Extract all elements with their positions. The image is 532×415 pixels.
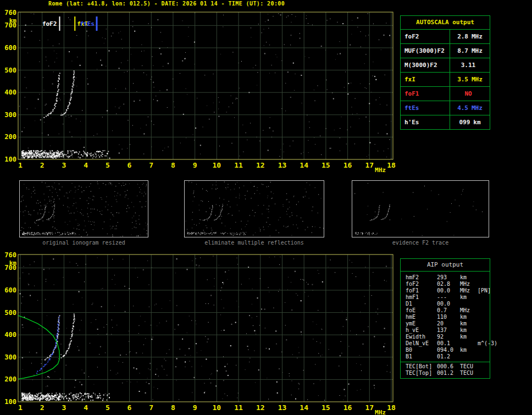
svg-text:600: 600	[4, 286, 16, 294]
param-label: fxI	[401, 73, 450, 86]
svg-text:8: 8	[171, 403, 175, 412]
svg-text:9: 9	[193, 161, 197, 169]
thumbnail-caption: original ionogram resized	[19, 240, 148, 246]
svg-text:600: 600	[4, 44, 16, 52]
thumbnail-eliminate-reflections	[184, 180, 324, 237]
param-label: M(3000)F2	[401, 58, 450, 72]
table-row: foF202.8MHz	[401, 281, 490, 287]
svg-text:MHz: MHz	[375, 167, 386, 174]
svg-text:7: 7	[149, 161, 153, 169]
svg-text:760: 760	[4, 251, 16, 259]
table-row: B101.2	[401, 353, 490, 360]
thumbnail-caption: eliminate multiple reflections	[184, 240, 324, 246]
svg-text:4: 4	[84, 161, 88, 169]
param-label: MUF(3000)F2	[401, 44, 450, 58]
svg-text:13: 13	[278, 161, 287, 169]
table-row: hmE110km	[401, 314, 490, 320]
svg-text:9: 9	[193, 403, 197, 412]
svg-text:300: 300	[4, 353, 16, 361]
svg-text:km: km	[9, 17, 17, 24]
svg-text:100: 100	[4, 156, 16, 163]
svg-text:400: 400	[4, 331, 16, 339]
table-row: TEC[Bot]000.6TECU	[401, 363, 490, 370]
svg-text:ftEs: ftEs	[80, 20, 95, 27]
param-value: NO	[450, 87, 490, 101]
svg-text:15: 15	[322, 403, 330, 412]
param-value: 3.5MHz	[450, 73, 490, 86]
svg-text:200: 200	[4, 133, 16, 141]
svg-text:3: 3	[62, 161, 66, 169]
aip-tec-section: TEC[Bot]000.6TECU TEC[Top]001.2TECU	[401, 362, 490, 378]
svg-text:10: 10	[213, 403, 221, 412]
svg-text:500: 500	[4, 67, 16, 74]
table-row: hmF2293km	[401, 274, 490, 281]
param-label: foF2	[401, 30, 450, 43]
svg-text:2: 2	[40, 403, 45, 412]
svg-text:3: 3	[62, 403, 66, 412]
thumbnail-caption: evidence F2 trace	[352, 240, 489, 246]
svg-text:16: 16	[343, 403, 352, 412]
svg-text:2: 2	[40, 161, 45, 169]
svg-text:14: 14	[300, 403, 308, 412]
svg-text:18: 18	[387, 403, 396, 412]
svg-text:5: 5	[106, 403, 110, 412]
page-title: Rome (lat: +41.8, lon: 012.5) - DATE: 20…	[48, 1, 285, 7]
table-row: TEC[Top]001.2TECU	[401, 370, 490, 377]
svg-text:17: 17	[365, 161, 374, 169]
autoscala-output-table: AUTOSCALA output foF2 2.8MHz MUF(3000)F2…	[400, 15, 490, 130]
svg-text:15: 15	[322, 161, 330, 169]
table-row: ymE20km	[401, 320, 490, 327]
svg-text:1: 1	[18, 161, 23, 169]
svg-text:17: 17	[365, 403, 374, 412]
param-value: 3.11	[450, 58, 490, 72]
param-label: ftEs	[401, 101, 450, 115]
svg-text:13: 13	[278, 403, 287, 412]
svg-text:10: 10	[213, 161, 221, 169]
table-row: ftEs 4.5MHz	[401, 101, 490, 115]
table-row: B0094.0km	[401, 347, 490, 353]
svg-text:6: 6	[128, 403, 132, 412]
autoscala-app-window: Rome (lat: +41.8, lon: 012.5) - DATE: 20…	[0, 0, 532, 415]
param-label: foF1	[401, 87, 450, 101]
table-row: foE0.7MHz	[401, 307, 490, 314]
aip-table-title: AIP output	[401, 259, 490, 272]
table-row: foF2 2.8MHz	[401, 30, 490, 44]
table-row: MUF(3000)F2 8.7MHz	[401, 44, 490, 58]
param-label: h'Es	[401, 115, 450, 129]
aip-output-table: AIP output hmF2293km foF202.8MHz foF100.…	[400, 258, 490, 379]
svg-text:6: 6	[128, 161, 132, 169]
svg-text:16: 16	[343, 161, 352, 169]
param-value: 099km	[450, 115, 490, 129]
svg-text:100: 100	[4, 398, 16, 406]
thumbnail-original-ionogram	[19, 180, 148, 237]
svg-text:km: km	[9, 259, 17, 267]
aip-table-body: hmF2293km foF202.8MHz foF100.0MHz[PN] hm…	[401, 272, 490, 362]
ionogram-plot-top: 760700600500400300200100km12345678910111…	[0, 8, 401, 180]
svg-text:500: 500	[4, 309, 16, 317]
svg-text:MHz: MHz	[375, 409, 386, 415]
svg-text:11: 11	[234, 403, 243, 412]
param-value: 4.5MHz	[450, 101, 490, 115]
svg-text:5: 5	[106, 161, 110, 169]
table-row: DelN_vE00.1m^(-3)	[401, 340, 490, 347]
svg-text:18: 18	[387, 161, 396, 169]
table-row: M(3000)F2 3.11	[401, 58, 490, 73]
table-row: foF100.0MHz[PN]	[401, 287, 490, 294]
svg-text:760: 760	[4, 9, 16, 16]
table-row: fxI 3.5MHz	[401, 73, 490, 87]
svg-text:400: 400	[4, 88, 16, 96]
svg-text:200: 200	[4, 375, 16, 383]
thumbnail-evidence-f2-trace	[352, 180, 489, 237]
svg-text:12: 12	[256, 403, 265, 412]
svg-text:4: 4	[84, 403, 88, 412]
table-row: h_vE137km	[401, 327, 490, 334]
table-row: hmF1---km	[401, 294, 490, 301]
svg-text:300: 300	[4, 111, 16, 119]
svg-text:8: 8	[171, 161, 175, 169]
autoscala-table-title: AUTOSCALA output	[401, 16, 490, 30]
svg-text:12: 12	[256, 161, 265, 169]
table-row: foF1 NO	[401, 87, 490, 101]
svg-text:11: 11	[234, 161, 243, 169]
svg-text:7: 7	[149, 403, 153, 412]
table-row: h'Es 099km	[401, 115, 490, 129]
